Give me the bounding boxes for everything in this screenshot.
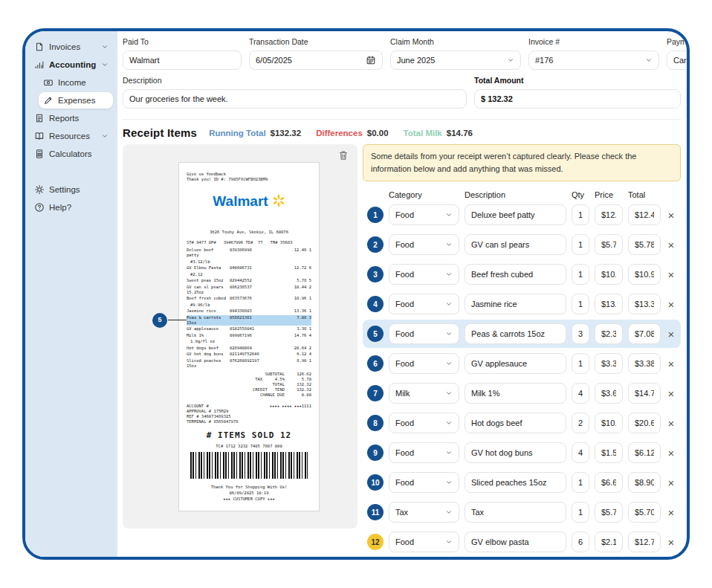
- description-input[interactable]: [465, 383, 566, 404]
- description-input[interactable]: [465, 532, 566, 552]
- remove-row-button[interactable]: ×: [666, 269, 676, 280]
- remove-row-button[interactable]: ×: [666, 358, 676, 369]
- receipt-account-line: ACCOUNT #★★★★ ★★★★ ★★★1111: [187, 404, 311, 409]
- total-input[interactable]: [628, 264, 661, 285]
- sidebar-item-calculators[interactable]: Calculators: [30, 146, 113, 162]
- qty-input[interactable]: [572, 532, 589, 552]
- remove-row-button[interactable]: ×: [666, 448, 676, 459]
- description-input[interactable]: [465, 323, 566, 344]
- total-input[interactable]: [628, 323, 661, 344]
- claim-month-value[interactable]: [397, 56, 502, 65]
- price-input[interactable]: [595, 442, 623, 463]
- remove-row-button[interactable]: ×: [666, 507, 676, 518]
- price-input[interactable]: [595, 413, 623, 433]
- description-input[interactable]: [129, 94, 460, 103]
- qty-input[interactable]: [572, 264, 589, 285]
- category-select[interactable]: Food: [389, 532, 459, 552]
- receipt-account-block: ACCOUNT #★★★★ ★★★★ ★★★1111APPROVAL # 175…: [187, 404, 311, 424]
- total-input[interactable]: [628, 383, 661, 404]
- remove-row-button[interactable]: ×: [666, 477, 676, 488]
- description-input[interactable]: [465, 204, 566, 225]
- price-input[interactable]: [595, 502, 623, 523]
- category-select[interactable]: Food: [389, 413, 459, 433]
- remove-row-button[interactable]: ×: [666, 210, 676, 221]
- remove-row-button[interactable]: ×: [666, 329, 676, 340]
- price-input[interactable]: [595, 323, 623, 344]
- receipt-account-left: ACCOUNT #: [187, 404, 209, 409]
- trash-icon[interactable]: [337, 149, 350, 163]
- category-select[interactable]: Food: [389, 442, 459, 463]
- category-select[interactable]: Food: [389, 234, 459, 255]
- category-select[interactable]: Tax: [389, 502, 459, 523]
- category-select[interactable]: Food: [389, 323, 459, 344]
- column-header-price: Price: [595, 190, 623, 199]
- category-select[interactable]: Milk: [389, 383, 459, 404]
- description-input[interactable]: [465, 442, 566, 463]
- receipt-line: Milk 1%09906719614.76 4: [187, 333, 311, 338]
- transaction-date-value[interactable]: [256, 56, 361, 65]
- qty-input[interactable]: [572, 442, 589, 463]
- qty-input[interactable]: [572, 204, 589, 225]
- category-select[interactable]: Food: [389, 294, 459, 314]
- qty-input[interactable]: [572, 294, 589, 314]
- sidebar-item-invoices[interactable]: Invoices: [30, 39, 113, 55]
- price-input[interactable]: [595, 353, 623, 374]
- invoice-select[interactable]: [528, 51, 659, 70]
- price-input[interactable]: [595, 472, 623, 493]
- price-input[interactable]: [595, 294, 623, 314]
- qty-input[interactable]: [572, 383, 589, 404]
- sidebar-item-resources[interactable]: Resources: [30, 128, 113, 144]
- sidebar-item-accounting[interactable]: Accounting: [30, 56, 113, 73]
- description-input[interactable]: [465, 472, 566, 493]
- total-input[interactable]: [628, 234, 661, 255]
- total-input[interactable]: [628, 413, 661, 433]
- category-value: Food: [395, 478, 442, 487]
- sidebar-item-reports[interactable]: Reports: [30, 110, 113, 126]
- description-input[interactable]: [465, 294, 566, 314]
- chevron-down-icon: [445, 330, 453, 337]
- sidebar-item-settings[interactable]: Settings: [30, 181, 113, 198]
- category-select[interactable]: Food: [389, 204, 459, 225]
- total-amount-input[interactable]: [481, 94, 674, 103]
- category-select[interactable]: Food: [389, 472, 459, 493]
- description-input[interactable]: [465, 264, 566, 285]
- sidebar-item-help[interactable]: Help?: [30, 199, 113, 216]
- remove-row-button[interactable]: ×: [666, 418, 676, 429]
- total-input[interactable]: [628, 294, 661, 314]
- claim-month-select[interactable]: [390, 51, 521, 70]
- sidebar-item-income[interactable]: Income: [39, 74, 113, 91]
- qty-input[interactable]: [572, 413, 589, 433]
- remove-row-button[interactable]: ×: [666, 537, 676, 548]
- total-input[interactable]: [628, 204, 661, 225]
- payment-method-value[interactable]: [673, 56, 687, 65]
- category-select[interactable]: Food: [389, 353, 459, 374]
- remove-row-button[interactable]: ×: [666, 299, 676, 310]
- total-input[interactable]: [628, 472, 661, 493]
- receipt-item-name: Sweet peas 15oz: [187, 278, 227, 283]
- paid-to-value[interactable]: [129, 56, 235, 65]
- price-input[interactable]: [595, 234, 623, 255]
- qty-input[interactable]: [572, 323, 589, 344]
- remove-row-button[interactable]: ×: [666, 388, 676, 399]
- qty-input[interactable]: [572, 472, 589, 493]
- invoice-value[interactable]: [535, 56, 641, 65]
- sidebar-item-expenses[interactable]: Expenses: [39, 92, 113, 109]
- price-input[interactable]: [595, 204, 623, 225]
- payment-method-select[interactable]: [667, 51, 687, 70]
- total-input[interactable]: [628, 532, 661, 552]
- description-input[interactable]: [465, 234, 566, 255]
- qty-input[interactable]: [572, 234, 589, 255]
- description-input[interactable]: [465, 413, 566, 433]
- description-input[interactable]: [465, 353, 566, 374]
- category-select[interactable]: Food: [389, 264, 459, 285]
- price-input[interactable]: [595, 264, 623, 285]
- price-input[interactable]: [595, 532, 623, 552]
- price-input[interactable]: [595, 383, 623, 404]
- remove-row-button[interactable]: ×: [666, 239, 676, 251]
- description-input[interactable]: [465, 502, 566, 523]
- qty-input[interactable]: [572, 353, 589, 374]
- total-input[interactable]: [628, 502, 661, 523]
- qty-input[interactable]: [572, 502, 589, 523]
- total-input[interactable]: [628, 353, 661, 374]
- total-input[interactable]: [628, 442, 661, 463]
